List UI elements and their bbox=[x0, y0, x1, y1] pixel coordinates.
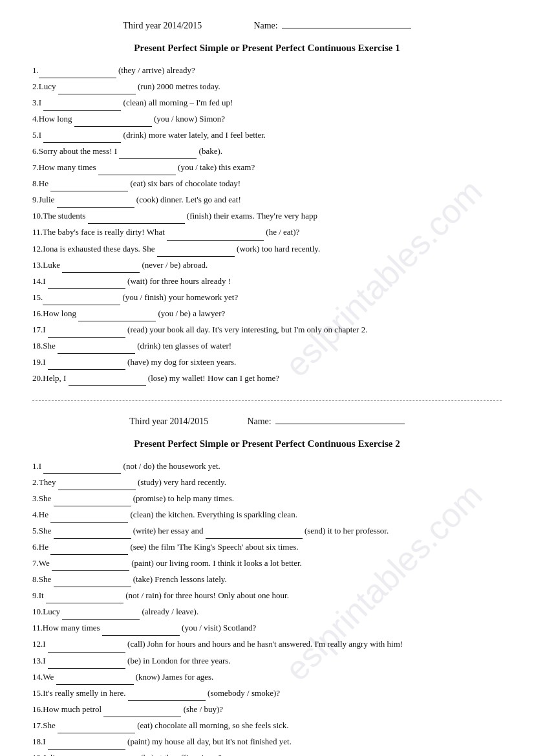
blank-1-19 bbox=[48, 361, 125, 370]
sentence-1-19: 19.I (have) my dog for sixteen years. bbox=[32, 354, 502, 370]
sentence-2-4: 4.He (clean) the kitchen. Everything is … bbox=[32, 507, 502, 523]
sentence-1-20: 20.Help, I (lose) my wallet! How can I g… bbox=[32, 371, 502, 386]
sentence-2-6: 6.He (see) the film 'The King's Speech' … bbox=[32, 539, 502, 555]
blank-1-6 bbox=[119, 150, 197, 159]
blank-2-15 bbox=[128, 692, 206, 701]
blank-2-3 bbox=[54, 497, 131, 506]
sentence-2-15: 15.It's really smelly in here. (somebody… bbox=[32, 686, 502, 701]
sentence-2-10: 10.Lucy (already / leave). bbox=[32, 604, 502, 620]
blank-2-8 bbox=[54, 578, 131, 587]
exercise2-title: Present Perfect Simple or Present Perfec… bbox=[32, 438, 502, 449]
blank-1-11 bbox=[167, 232, 264, 241]
sentence-2-8: 8.She (take) French lessons lately. bbox=[32, 572, 502, 587]
blank-2-9 bbox=[46, 594, 123, 603]
exercise2-section: Present Perfect Simple or Present Perfec… bbox=[32, 438, 502, 756]
blank-1-9 bbox=[57, 199, 134, 208]
header1-name-line bbox=[282, 19, 411, 28]
blank-1-13 bbox=[62, 264, 140, 273]
sentence-1-9: 9.Julie (cook) dinner. Let's go and eat! bbox=[32, 192, 502, 208]
sentence-1-14: 14.I (wait) for three hours already ! bbox=[32, 274, 502, 289]
blank-1-17 bbox=[48, 329, 125, 338]
blank-2-18 bbox=[48, 740, 125, 750]
sentence-2-16: 16.How much petrol (she / buy)? bbox=[32, 702, 502, 717]
sentence-1-3: 3.I (clean) all morning – I'm fed up! bbox=[32, 95, 502, 111]
sentence-2-12: 12.I (call) John for hours and hours and… bbox=[32, 636, 502, 652]
blank-1-18 bbox=[58, 345, 135, 354]
blank-1-16 bbox=[78, 312, 156, 321]
sentence-2-11: 11.How many times (you / visit) Scotland… bbox=[32, 620, 502, 636]
header2-name-label: Name: bbox=[247, 416, 271, 427]
page-header-2: Third year 2014/2015 Name: bbox=[32, 415, 502, 427]
sentence-2-5: 5.She (write) her essay and (send) it to… bbox=[32, 523, 502, 539]
blank-1-8 bbox=[50, 182, 128, 191]
sentence-2-19: 19.Julie (be) at the office since 6 am. bbox=[32, 750, 502, 756]
blank-2-11 bbox=[102, 627, 180, 636]
blank-2-2 bbox=[58, 481, 136, 490]
header2-name: Name: bbox=[247, 415, 404, 427]
blank-1-5 bbox=[43, 134, 121, 143]
blank-2-17 bbox=[58, 724, 135, 733]
blank-2-5b bbox=[206, 530, 303, 539]
exercise1-title: Present Perfect Simple or Present Perfec… bbox=[32, 43, 502, 54]
blank-2-7 bbox=[52, 562, 129, 571]
sentence-1-12: 12.Iona is exhausted these days. She (wo… bbox=[32, 241, 502, 257]
sentence-1-8: 8.He (eat) six bars of chocolate today! bbox=[32, 176, 502, 191]
sentence-1-15: 15. (you / finish) your homework yet? bbox=[32, 290, 502, 305]
sentence-1-5: 5.I (drink) more water lately, and I fee… bbox=[32, 127, 502, 143]
blank-1-14 bbox=[48, 280, 125, 289]
section-divider bbox=[32, 400, 502, 401]
blank-2-5a bbox=[54, 530, 131, 539]
sentence-2-13: 13.I (be) in London for three years. bbox=[32, 653, 502, 669]
sentence-1-2: 2.Lucy (run) 2000 metres today. bbox=[32, 79, 502, 94]
blank-1-10 bbox=[88, 215, 185, 224]
exercise1-section: Present Perfect Simple or Present Perfec… bbox=[32, 43, 502, 386]
blank-2-6 bbox=[50, 546, 128, 555]
blank-1-1 bbox=[39, 69, 116, 78]
sentence-1-11: 11.The baby's face is really dirty! What… bbox=[32, 224, 502, 240]
sentence-2-7: 7.We (paint) our living room. I think it… bbox=[32, 556, 502, 571]
blank-1-15 bbox=[43, 296, 120, 305]
header1-name: Name: bbox=[253, 19, 411, 31]
blank-1-20 bbox=[69, 377, 146, 386]
sentence-1-13: 13.Luke (never / be) abroad. bbox=[32, 257, 502, 273]
sentence-1-7: 7.How many times (you / take) this exam? bbox=[32, 160, 502, 175]
blank-1-2 bbox=[58, 85, 136, 94]
sentence-2-1: 1.I (not / do) the housework yet. bbox=[32, 459, 502, 474]
blank-1-7 bbox=[98, 166, 176, 175]
blank-2-14 bbox=[56, 676, 134, 685]
header1-name-label: Name: bbox=[253, 21, 277, 31]
sentence-2-14: 14.We (know) James for ages. bbox=[32, 669, 502, 685]
sentence-1-16: 16.How long (you / be) a lawyer? bbox=[32, 306, 502, 321]
header2-title: Third year 2014/2015 bbox=[129, 416, 208, 427]
blank-1-12 bbox=[157, 248, 235, 257]
header1-title: Third year 2014/2015 bbox=[123, 21, 202, 31]
sentence-1-10: 10.The students (finish) their exams. Th… bbox=[32, 208, 502, 224]
sentence-2-3: 3.She (promise) to help many times. bbox=[32, 491, 502, 506]
sentence-2-9: 9.It (not / rain) for three hours! Only … bbox=[32, 588, 502, 603]
blank-2-12 bbox=[48, 643, 125, 653]
blank-2-13 bbox=[48, 660, 125, 669]
sentence-1-17: 17.I (read) your book all day. It's very… bbox=[32, 322, 502, 338]
sentence-1-4: 4.How long (you / know) Simon? bbox=[32, 111, 502, 127]
page-header-1: Third year 2014/2015 Name: bbox=[32, 19, 502, 31]
sentence-1-18: 18.She (drink) ten glasses of water! bbox=[32, 338, 502, 354]
sentence-2-18: 18.I (paint) my house all day, but it's … bbox=[32, 734, 502, 750]
blank-2-4 bbox=[50, 513, 128, 523]
blank-2-1 bbox=[43, 465, 121, 474]
sentence-1-6: 6.Sorry about the mess! I (bake). bbox=[32, 144, 502, 159]
blank-1-4 bbox=[74, 118, 152, 127]
sentence-1-1: 1. (they / arrive) already? bbox=[32, 63, 502, 78]
blank-1-3 bbox=[43, 102, 121, 111]
blank-2-10 bbox=[62, 610, 140, 620]
sentence-2-17: 17.She (eat) chocolate all morning, so s… bbox=[32, 718, 502, 733]
header2-name-line bbox=[275, 415, 405, 424]
sentence-2-2: 2.They (study) very hard recently. bbox=[32, 475, 502, 490]
blank-2-16 bbox=[103, 708, 181, 717]
